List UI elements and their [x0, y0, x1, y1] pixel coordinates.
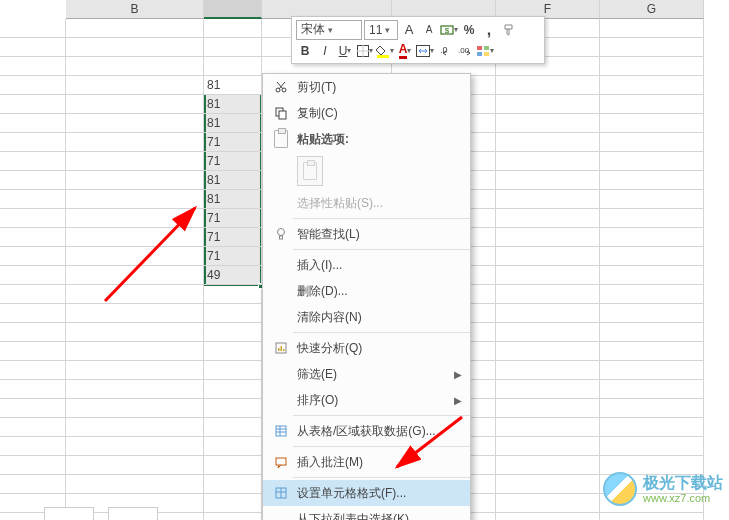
cell[interactable] [496, 399, 600, 418]
menu-insert-comment[interactable]: 插入批注(M) [263, 449, 470, 475]
menu-quick-analysis[interactable]: 快速分析(Q) [263, 335, 470, 361]
cell[interactable] [204, 437, 262, 456]
menu-copy[interactable]: 复制(C) [263, 100, 470, 126]
percent-format-button[interactable]: % [460, 20, 478, 40]
data-cell[interactable]: 49 [204, 266, 262, 285]
cell[interactable] [496, 513, 600, 520]
cell[interactable] [496, 304, 600, 323]
cell[interactable] [0, 475, 66, 494]
menu-insert[interactable]: 插入(I)... [263, 252, 470, 278]
cell[interactable] [66, 228, 204, 247]
increase-decimal-button[interactable]: .00 [456, 41, 474, 61]
cell[interactable] [496, 228, 600, 247]
increase-font-button[interactable]: A [400, 20, 418, 40]
cell[interactable] [496, 152, 600, 171]
cell[interactable] [66, 304, 204, 323]
cell[interactable] [204, 304, 262, 323]
cell[interactable] [600, 513, 704, 520]
cell[interactable] [0, 76, 66, 95]
cell[interactable] [0, 456, 66, 475]
cell[interactable] [600, 323, 704, 342]
cell[interactable] [0, 209, 66, 228]
cell[interactable] [496, 95, 600, 114]
cell[interactable] [496, 209, 600, 228]
accounting-format-button[interactable]: $▾ [440, 20, 458, 40]
cell[interactable] [66, 380, 204, 399]
column-header[interactable] [204, 0, 262, 19]
cell[interactable] [496, 323, 600, 342]
cell[interactable] [66, 266, 204, 285]
data-cell[interactable]: 81 [204, 76, 262, 95]
cell[interactable] [600, 76, 704, 95]
cell[interactable] [66, 152, 204, 171]
cell[interactable] [0, 418, 66, 437]
cell[interactable] [66, 38, 204, 57]
cell[interactable] [66, 399, 204, 418]
cell[interactable] [0, 114, 66, 133]
cell[interactable] [496, 475, 600, 494]
cell[interactable] [66, 95, 204, 114]
cell[interactable] [600, 418, 704, 437]
cell[interactable] [496, 285, 600, 304]
cell[interactable] [600, 285, 704, 304]
cell[interactable] [496, 342, 600, 361]
cell[interactable] [600, 152, 704, 171]
cell[interactable] [66, 361, 204, 380]
cell[interactable] [600, 304, 704, 323]
font-name-select[interactable]: 宋体▾ [296, 20, 362, 40]
cell[interactable] [496, 380, 600, 399]
italic-button[interactable]: I [316, 41, 334, 61]
data-cell[interactable]: 71 [204, 152, 262, 171]
format-painter-button[interactable] [500, 20, 518, 40]
cell[interactable] [600, 380, 704, 399]
cell[interactable] [66, 57, 204, 76]
cell[interactable] [204, 513, 262, 520]
decrease-font-button[interactable]: A [420, 20, 438, 40]
cell[interactable] [600, 57, 704, 76]
cell[interactable] [204, 285, 262, 304]
cell[interactable] [496, 133, 600, 152]
sheet-tabs[interactable] [44, 507, 158, 520]
cell[interactable] [496, 437, 600, 456]
cell[interactable] [496, 266, 600, 285]
cell[interactable] [600, 266, 704, 285]
cell[interactable] [496, 418, 600, 437]
cell[interactable] [0, 95, 66, 114]
cell[interactable] [66, 76, 204, 95]
cell[interactable] [600, 228, 704, 247]
data-cell[interactable]: 81 [204, 171, 262, 190]
cell[interactable] [66, 247, 204, 266]
cell[interactable] [204, 475, 262, 494]
cell[interactable] [600, 38, 704, 57]
paste-option-button[interactable] [297, 156, 323, 186]
cell[interactable] [66, 133, 204, 152]
menu-smart-lookup[interactable]: 智能查找(L) [263, 221, 470, 247]
cell[interactable] [0, 133, 66, 152]
cell[interactable] [0, 190, 66, 209]
menu-cut[interactable]: 剪切(T) [263, 74, 470, 100]
cell[interactable] [0, 399, 66, 418]
cell[interactable] [66, 418, 204, 437]
font-color-button[interactable]: A▾ [396, 41, 414, 61]
underline-button[interactable]: U▾ [336, 41, 354, 61]
cell[interactable] [66, 209, 204, 228]
cell[interactable] [66, 171, 204, 190]
cell[interactable] [600, 399, 704, 418]
cell[interactable] [204, 323, 262, 342]
cell[interactable] [0, 171, 66, 190]
menu-clear[interactable]: 清除内容(N) [263, 304, 470, 330]
cell[interactable] [600, 342, 704, 361]
cell[interactable] [0, 57, 66, 76]
column-header[interactable]: B [66, 0, 204, 19]
borders-button[interactable]: ▾ [356, 41, 374, 61]
cell[interactable] [600, 190, 704, 209]
cell[interactable] [0, 228, 66, 247]
sheet-tab[interactable] [108, 507, 158, 520]
cell[interactable] [0, 361, 66, 380]
cell[interactable] [66, 437, 204, 456]
cell[interactable] [204, 57, 262, 76]
cell[interactable] [0, 304, 66, 323]
data-cell[interactable]: 81 [204, 95, 262, 114]
bold-button[interactable]: B [296, 41, 314, 61]
cell[interactable] [66, 19, 204, 38]
